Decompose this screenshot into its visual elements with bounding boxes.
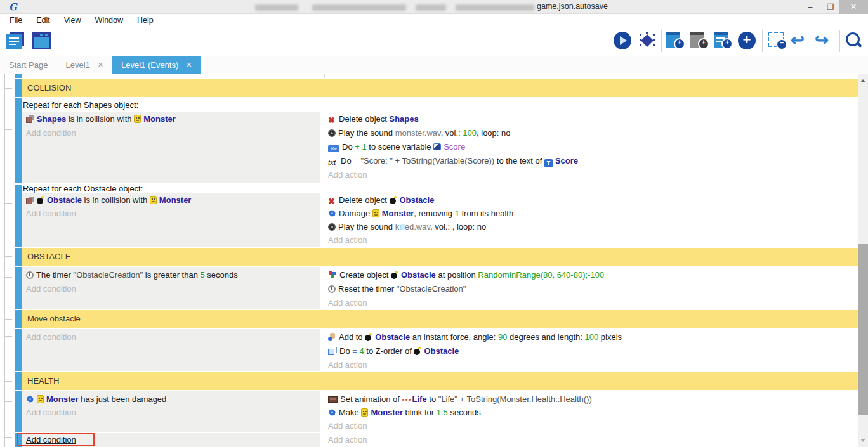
tab-close-icon[interactable]: ✕	[186, 61, 192, 69]
add-condition-button[interactable]: Add condition	[26, 126, 320, 140]
event-tick	[4, 203, 12, 204]
event-tick	[4, 336, 12, 337]
add-action-button[interactable]: Add action	[328, 358, 858, 372]
text-segment: Monster	[159, 195, 192, 205]
undo-icon[interactable]	[791, 32, 805, 48]
redo-icon[interactable]	[815, 32, 829, 48]
close-button[interactable]: ✕	[839, 0, 868, 14]
add-subevent-icon[interactable]	[690, 32, 709, 48]
project-manager-icon[interactable]	[6, 32, 25, 49]
add-action-button[interactable]: Add action	[328, 433, 858, 447]
action-line[interactable]: Do = 4 to Z-order of Obstacle	[328, 344, 858, 358]
column-gap	[320, 267, 326, 309]
add-action-button[interactable]: Add action	[328, 296, 858, 310]
health-icon	[328, 209, 336, 217]
text-segment: "ObstacleCreation"	[74, 270, 143, 280]
section-header-health[interactable]: HEALTH	[15, 372, 858, 390]
add-comment-icon[interactable]	[714, 32, 733, 48]
minimize-button[interactable]: –	[801, 0, 820, 14]
text-segment: Monster	[46, 394, 79, 404]
text-object-icon	[544, 159, 553, 167]
text-segment: Reset the timer	[338, 284, 397, 294]
action-line[interactable]: Play the sound monster.wav, vol.: 100, l…	[328, 126, 858, 140]
add-condition-button[interactable]: Add condition	[26, 406, 320, 419]
search-icon[interactable]	[845, 32, 862, 48]
action-line[interactable]: Set animation of Life to "Life" + ToStri…	[328, 392, 858, 406]
text-segment: 5	[201, 270, 205, 280]
action-line[interactable]: Delete object Shapes	[328, 112, 858, 126]
bomb-icon	[365, 333, 372, 341]
add-condition-button[interactable]: Add condition	[26, 207, 320, 220]
add-action-button[interactable]: Add action	[328, 233, 858, 247]
event-select-bar[interactable]	[15, 329, 22, 371]
event-header[interactable]: Repeat for each Obstacle object:	[22, 185, 858, 193]
action-line[interactable]: Do = "Score: " + ToString(Variable(Score…	[328, 154, 858, 168]
menu-help[interactable]: Help	[130, 14, 161, 27]
column-gap	[320, 193, 326, 247]
maximize-button[interactable]: ❐	[821, 0, 840, 14]
event-select-bar[interactable]	[15, 310, 22, 328]
event-select-bar[interactable]	[15, 248, 22, 266]
action-line[interactable]: Play the sound killed.wav, vol.: , loop:…	[328, 220, 858, 233]
add-event-icon[interactable]	[666, 32, 685, 48]
condition-line[interactable]: Monster has just been damaged	[26, 392, 320, 406]
section-header-move-obstacle[interactable]: Move obstacle	[15, 310, 858, 328]
tab-level1[interactable]: Level1 ✕	[56, 56, 112, 74]
add-action-button[interactable]: Add action	[328, 168, 858, 182]
action-line[interactable]: Add to Obstacle an instant force, angle:…	[328, 330, 858, 344]
event-select-bar[interactable]	[15, 98, 22, 183]
menu-window[interactable]: Window	[88, 14, 130, 27]
sound-icon	[328, 223, 336, 231]
action-line[interactable]: Reset the timer "ObstacleCreation"	[328, 282, 858, 296]
event-select-bar[interactable]	[15, 391, 22, 432]
action-line[interactable]: Delete object Obstacle	[328, 193, 858, 207]
text-segment: Set animation of	[340, 394, 402, 404]
event-select-bar[interactable]	[15, 74, 22, 78]
condition-line[interactable]: Shapes is in collision with Monster	[26, 112, 320, 126]
event-select-bar[interactable]	[15, 267, 22, 309]
scrollbar-thumb[interactable]	[858, 244, 868, 415]
tab-close-icon[interactable]: ✕	[98, 61, 103, 69]
play-icon[interactable]	[614, 32, 631, 49]
section-header-collision[interactable]: COLLISION	[15, 79, 858, 97]
section-label: OBSTACLE	[22, 248, 858, 266]
condition-line[interactable]: The timer "ObstacleCreation" is greater …	[26, 268, 320, 282]
add-more-event-icon[interactable]	[738, 32, 756, 49]
add-condition-button[interactable]: Add condition	[26, 330, 320, 344]
text-segment: Obstacle	[375, 332, 410, 342]
menu-file[interactable]: File	[3, 14, 29, 27]
section-label: HEALTH	[22, 372, 858, 390]
event-header[interactable]: Repeat for each Shapes object:	[22, 98, 858, 112]
scroll-up-icon[interactable]	[860, 79, 865, 82]
tab-level1-events[interactable]: Level1 (Events) ✕	[112, 56, 201, 74]
deselect-icon[interactable]	[768, 32, 784, 47]
action-line[interactable]: Damage Monster, removing 1 from its heal…	[328, 207, 858, 220]
actions-column: Add to Obstacle an instant force, angle:…	[326, 329, 858, 371]
annotation-red-box	[17, 433, 95, 446]
delete-icon	[328, 113, 336, 122]
event-select-bar[interactable]	[15, 372, 22, 390]
text-segment: Do	[342, 142, 355, 152]
menu-edit[interactable]: Edit	[29, 14, 57, 27]
vertical-scrollbar[interactable]	[858, 74, 868, 447]
event-repeat-obstacle: Repeat for each Obstacle object: Obstacl…	[15, 185, 858, 247]
tab-label: Start Page	[9, 60, 48, 70]
section-header-obstacle[interactable]: OBSTACLE	[15, 248, 858, 266]
add-condition-button[interactable]: Add condition	[26, 282, 320, 296]
event-select-bar[interactable]	[15, 79, 22, 97]
menu-view[interactable]: View	[57, 14, 88, 27]
event-select-bar[interactable]	[15, 185, 22, 247]
add-action-button[interactable]: Add action	[328, 419, 858, 432]
text-segment: Do	[339, 346, 352, 356]
debug-icon[interactable]	[638, 32, 656, 49]
condition-line[interactable]: Obstacle is in collision with Monster	[26, 193, 320, 207]
action-line[interactable]: Make Monster blink for 1.5 seconds	[328, 406, 858, 419]
bomb-icon	[414, 347, 421, 355]
tab-start-page[interactable]: Start Page	[0, 56, 56, 74]
action-line[interactable]: Create object Obstacle at position Rando…	[328, 268, 858, 282]
scene-editor-icon[interactable]	[32, 32, 51, 49]
text-segment: 4	[359, 346, 364, 356]
scroll-down-icon[interactable]	[860, 439, 865, 442]
action-line[interactable]: Do + 1 to scene variable Score	[328, 140, 858, 154]
redacted-title-text	[255, 4, 298, 11]
